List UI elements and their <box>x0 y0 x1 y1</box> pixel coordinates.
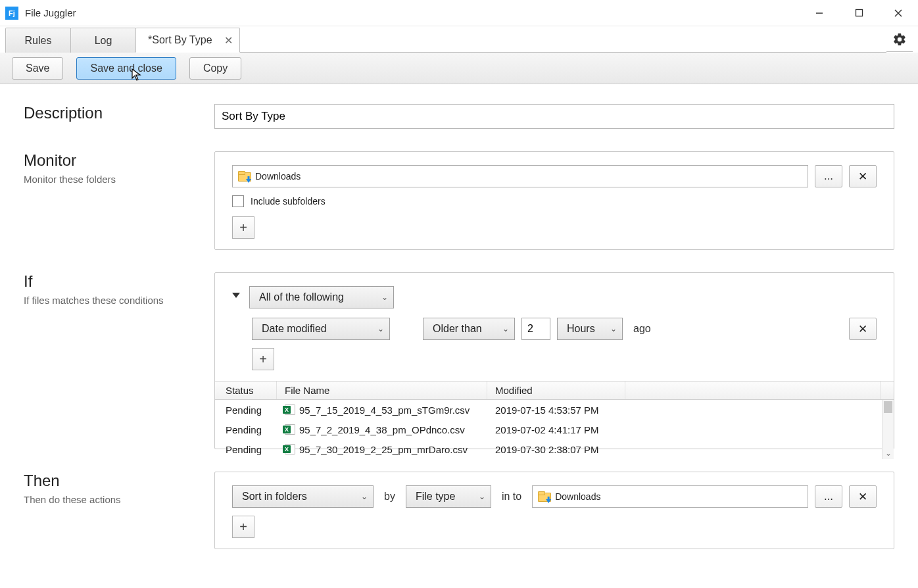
maximize-button[interactable] <box>839 0 879 26</box>
save-button[interactable]: Save <box>12 57 63 80</box>
gear-icon <box>892 32 907 47</box>
add-action-button[interactable]: + <box>232 516 254 538</box>
chevron-down-icon: ⌄ <box>610 324 617 333</box>
logic-dropdown[interactable]: All of the following⌄ <box>249 286 394 308</box>
close-button[interactable] <box>879 0 918 26</box>
window-controls <box>800 0 918 26</box>
then-sublabel: Then do these actions <box>24 494 214 505</box>
save-close-button[interactable]: Save and close <box>76 57 176 80</box>
table-row[interactable]: Pending 95_7_30_2019_2_25_pm_mrDaro.csv … <box>215 439 894 459</box>
tabstrip: Rules Log *Sort By Type ✕ <box>0 26 918 53</box>
table-row[interactable]: Pending 95_7_15_2019_4_53_pm_sTGm9r.csv … <box>215 400 894 420</box>
excel-icon <box>285 424 295 435</box>
description-label: Description <box>24 104 214 122</box>
action-dropdown[interactable]: Sort in folders⌄ <box>232 485 374 508</box>
folder-icon <box>538 491 550 502</box>
then-label: Then <box>24 472 214 490</box>
condition-op-dropdown[interactable]: Older than⌄ <box>423 318 515 340</box>
chevron-down-icon: ⌄ <box>479 492 485 501</box>
if-sublabel: If files matches these conditions <box>24 295 214 306</box>
monitor-sublabel: Monitor these folders <box>24 174 214 185</box>
tab-log[interactable]: Log <box>70 28 136 53</box>
col-filename[interactable]: File Name <box>277 381 487 399</box>
excel-icon <box>285 444 295 454</box>
app-title: File Juggler <box>25 7 76 18</box>
monitor-panel: Downloads ... ✕ Include subfolders + <box>214 151 894 250</box>
add-folder-button[interactable]: + <box>232 216 254 239</box>
minimize-button[interactable] <box>800 0 839 26</box>
scrollbar[interactable]: ⌄ <box>882 400 894 459</box>
description-input[interactable] <box>214 104 894 129</box>
monitor-folder-value: Downloads <box>255 171 301 182</box>
folder-icon <box>238 171 250 182</box>
include-subfolders-checkbox[interactable] <box>232 195 244 207</box>
if-panel: All of the following⌄ Date modified⌄ Old… <box>214 272 894 449</box>
by-label: by <box>380 491 399 502</box>
dest-folder-input[interactable]: Downloads <box>532 485 808 508</box>
if-label: If <box>24 272 214 291</box>
browse-dest-button[interactable]: ... <box>815 485 842 508</box>
table-header: Status File Name Modified <box>215 381 894 400</box>
toolbar: Save Save and close Copy <box>0 53 918 84</box>
dest-folder-value: Downloads <box>555 491 600 502</box>
expand-toggle-icon[interactable] <box>232 293 240 298</box>
settings-button[interactable] <box>886 27 913 52</box>
browse-folder-button[interactable]: ... <box>815 165 842 187</box>
remove-action-button[interactable]: ✕ <box>849 485 877 508</box>
titlebar: Fj File Juggler <box>0 0 918 26</box>
app-icon: Fj <box>5 7 18 20</box>
tab-rules[interactable]: Rules <box>5 28 71 53</box>
condition-attr-dropdown[interactable]: Date modified⌄ <box>252 318 390 340</box>
excel-icon <box>285 404 295 415</box>
condition-value-input[interactable] <box>521 318 550 340</box>
chevron-down-icon: ⌄ <box>361 492 368 501</box>
include-subfolders-label: Include subfolders <box>251 196 326 207</box>
then-panel: Sort in folders⌄ by File type⌄ in to Dow… <box>214 472 894 549</box>
svg-rect-1 <box>856 10 862 16</box>
chevron-down-icon: ⌄ <box>381 293 388 302</box>
by-dropdown[interactable]: File type⌄ <box>406 485 491 508</box>
close-tab-icon[interactable]: ✕ <box>224 34 233 47</box>
tab-current[interactable]: *Sort By Type ✕ <box>135 28 240 53</box>
table-row[interactable]: Pending 95_7_2_2019_4_38_pm_OPdnco.csv 2… <box>215 420 894 439</box>
add-condition-button[interactable]: + <box>252 348 274 370</box>
into-label: in to <box>498 491 525 502</box>
copy-button[interactable]: Copy <box>189 57 241 80</box>
condition-unit-dropdown[interactable]: Hours⌄ <box>557 318 623 340</box>
remove-condition-button[interactable]: ✕ <box>849 318 877 340</box>
remove-folder-button[interactable]: ✕ <box>849 165 877 187</box>
monitor-label: Monitor <box>24 151 214 170</box>
chevron-down-icon: ⌄ <box>502 324 509 333</box>
files-table: Status File Name Modified Pending 95_7_1… <box>215 381 894 459</box>
monitor-folder-input[interactable]: Downloads <box>232 165 808 187</box>
col-modified[interactable]: Modified <box>487 381 625 399</box>
col-status[interactable]: Status <box>218 381 277 399</box>
chevron-down-icon: ⌄ <box>377 324 384 333</box>
condition-suffix: ago <box>629 323 655 335</box>
